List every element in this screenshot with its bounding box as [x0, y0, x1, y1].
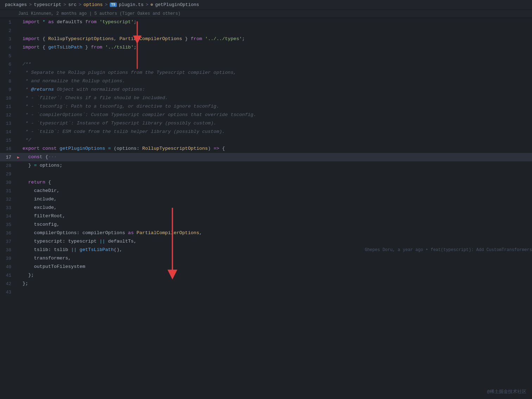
line-num-28: 28 [0, 163, 15, 168]
git-blame-header: Jani Kinnunen, 2 months ago | 5 authors … [0, 10, 532, 18]
code-line-6: 6 /** [0, 60, 532, 69]
code-content-42: }; [21, 279, 532, 288]
line-num-2: 2 [0, 28, 15, 33]
line-num-9: 9 [0, 87, 15, 92]
code-line-37: 37 typescript: typescript || defaultTs, [0, 237, 532, 246]
breadcrumb-options[interactable]: options [83, 2, 103, 7]
code-content-34: filterRoot, [21, 212, 532, 220]
line-num-37: 37 [0, 239, 15, 244]
line-num-30: 30 [0, 180, 15, 185]
editor: 1 import * as defaultTs from 'typescript… [0, 18, 532, 296]
code-content-13: * - `typescript`: Instance of Typescript… [21, 119, 532, 128]
code-line-16: 16 export const getPluginOptions = (opti… [0, 144, 532, 153]
line-num-10: 10 [0, 96, 15, 101]
code-content-39: transformers, [21, 254, 532, 263]
code-line-30: 30 return { [0, 178, 532, 187]
code-line-38: 38 tslib: tslib || getTsLibPath(), Ghepe… [0, 246, 532, 254]
breadcrumb-packages[interactable]: packages [5, 2, 27, 7]
code-line-11: 11 * - `tsconfig`: Path to a tsconfig, o… [0, 102, 532, 111]
code-line-7: 7 * Separate the Rollup plugin options f… [0, 69, 532, 77]
watermark-text: @稀土掘金技术社区 [487, 389, 526, 394]
line-num-8: 8 [0, 79, 15, 84]
code-content-33: exclude, [21, 204, 532, 212]
line-num-38: 38 [0, 247, 15, 253]
ts-badge: TS [110, 2, 117, 7]
line-num-12: 12 [0, 112, 15, 118]
code-line-29: 29 [0, 170, 532, 178]
code-line-43: 43 [0, 288, 532, 296]
git-blame-text: Jani Kinnunen, 2 months ago | 5 authors … [18, 11, 180, 16]
code-line-39: 39 transformers, [0, 254, 532, 263]
line-num-41: 41 [0, 273, 15, 278]
sep1: > [29, 2, 32, 7]
code-content-36: compilerOptions: compilerOptions as Part… [21, 229, 532, 237]
code-line-28: 28 } = options; [0, 161, 532, 170]
code-line-12: 12 * - `compilerOptions`: Custom Typescr… [0, 111, 532, 119]
code-line-36: 36 compilerOptions: compilerOptions as P… [0, 229, 532, 237]
line-num-5: 5 [0, 53, 15, 59]
blame-inline-38: Ghepes Doru, a year ago • feat(typescrip… [358, 247, 532, 252]
breadcrumb-filename[interactable]: plugin.ts [119, 2, 144, 7]
breadcrumb: packages > typescript > src > options > … [0, 0, 532, 10]
code-line-42: 42 }; [0, 279, 532, 288]
code-line-4: 4 import { getTsLibPath } from '../tslib… [0, 43, 532, 52]
code-line-41: 41 }; [0, 271, 532, 279]
code-content-15: */ [21, 136, 532, 144]
code-line-3: 3 import { RollupTypescriptOptions, Part… [0, 35, 532, 43]
code-content-16: export const getPluginOptions = (options… [21, 144, 532, 153]
code-content-7: * Separate the Rollup plugin options fro… [21, 69, 532, 77]
line-num-33: 33 [0, 205, 15, 211]
code-content-30: return { [21, 178, 532, 187]
code-content-3: import { RollupTypescriptOptions, Partia… [21, 35, 532, 43]
code-content-35: tsconfig, [21, 220, 532, 229]
code-line-13: 13 * - `typescript`: Instance of Typescr… [0, 119, 532, 128]
code-line-14: 14 * - `tslib`: ESM code from the tslib … [0, 128, 532, 136]
line-num-17: 17 [0, 155, 15, 160]
code-content-4: import { getTsLibPath } from '../tslib'; [21, 43, 532, 52]
code-content-12: * - `compilerOptions`: Custom Typescript… [21, 111, 532, 119]
code-line-1: 1 import * as defaultTs from 'typescript… [0, 18, 532, 26]
line-num-34: 34 [0, 214, 15, 219]
code-content-43 [21, 288, 532, 296]
line-num-40: 40 [0, 264, 15, 270]
watermark: @稀土掘金技术社区 [487, 388, 526, 395]
line-num-43: 43 [0, 290, 15, 295]
code-line-9: 9 * @returns Object with normalized opti… [0, 85, 532, 94]
code-content-40: outputToFilesystem [21, 263, 532, 271]
code-content-41: }; [21, 271, 532, 279]
code-content-10: * - `filter`: Checks if a file should be… [21, 94, 532, 102]
code-line-35: 35 tsconfig, [0, 220, 532, 229]
line-num-4: 4 [0, 45, 15, 50]
line-num-42: 42 [0, 281, 15, 287]
code-line-5: 5 [0, 52, 532, 60]
code-content-8: * and normalize the Rollup options. [21, 77, 532, 85]
line-num-1: 1 [0, 20, 15, 25]
code-content-37: typescript: typescript || defaultTs, [21, 237, 532, 246]
code-content-38: tslib: tslib || getTsLibPath(), [21, 246, 358, 254]
line-num-14: 14 [0, 129, 15, 135]
code-content-31: cacheDir, [21, 187, 532, 195]
code-content-2 [21, 26, 532, 35]
func-icon: ⊕ [151, 2, 153, 7]
sep5: > [146, 2, 148, 7]
sep2: > [63, 2, 66, 7]
breadcrumb-src[interactable]: src [68, 2, 76, 7]
code-line-33: 33 exclude, [0, 204, 532, 212]
code-line-8: 8 * and normalize the Rollup options. [0, 77, 532, 85]
line-num-6: 6 [0, 62, 15, 67]
code-content-6: /** [21, 60, 532, 69]
line-num-7: 7 [0, 70, 15, 76]
code-line-32: 32 include, [0, 195, 532, 204]
line-num-29: 29 [0, 172, 15, 177]
code-content-29 [21, 170, 532, 178]
breadcrumb-func[interactable]: getPluginOptions [155, 2, 199, 7]
line-num-31: 31 [0, 188, 15, 194]
breadcrumb-typescript[interactable]: typescript [34, 2, 61, 7]
code-content-1: import * as defaultTs from 'typescript'; [21, 18, 532, 26]
code-line-2: 2 [0, 26, 532, 35]
line-num-3: 3 [0, 37, 15, 42]
code-content-28: } = options; [21, 161, 532, 170]
line-num-36: 36 [0, 231, 15, 236]
code-content-14: * - `tslib`: ESM code from the tslib hel… [21, 128, 532, 136]
fold-17[interactable]: ▶ [15, 155, 21, 160]
